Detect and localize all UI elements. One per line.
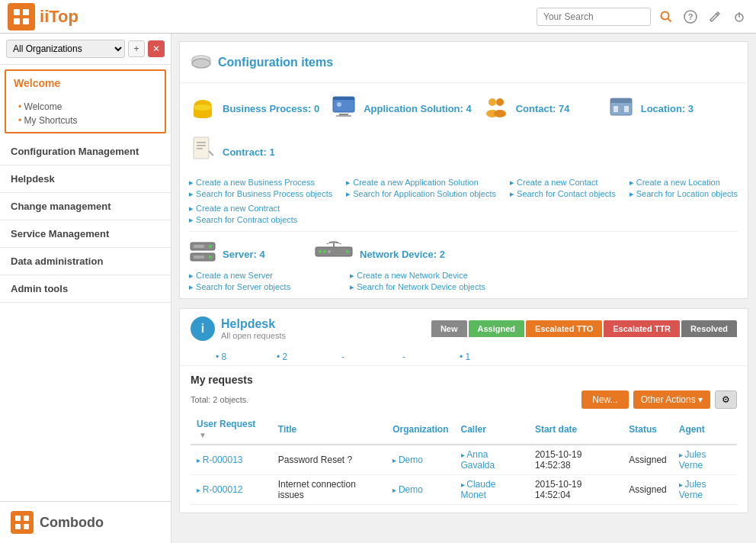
svg-rect-2: [14, 18, 20, 24]
requests-section: My requests Total: 2 objects. New... Oth…: [180, 366, 748, 512]
svg-rect-0: [14, 9, 20, 15]
svg-point-39: [209, 245, 212, 248]
welcome-header[interactable]: Welcome: [6, 71, 165, 95]
link-new-location[interactable]: Create a new Location: [629, 178, 738, 188]
svg-point-27: [496, 98, 504, 106]
link-search-contract[interactable]: Search for Contract objects: [189, 215, 297, 225]
link-search-server[interactable]: Search for Server objects: [189, 282, 290, 292]
link-new-contact[interactable]: Create a new Contact: [510, 178, 616, 188]
topbar: iiTop ?: [0, 0, 756, 34]
logo-area: iiTop: [8, 3, 78, 31]
power-icon[interactable]: [730, 8, 748, 26]
org-link[interactable]: Demo: [392, 484, 423, 495]
link-search-business-process[interactable]: Search for Business Process objects: [189, 189, 332, 199]
tab-escalated-ttr[interactable]: Escalated TTR: [604, 320, 680, 337]
sidebar-item-data-administration[interactable]: Data administration: [0, 248, 171, 275]
col-caller[interactable]: Caller: [455, 415, 529, 445]
cell-title: Password Reset ?: [272, 445, 386, 475]
search-box: [537, 8, 651, 26]
cell-status: Assigned: [623, 475, 672, 505]
svg-rect-31: [613, 106, 618, 112]
link-search-location[interactable]: Search for Location objects: [629, 189, 738, 199]
search-input[interactable]: [537, 8, 651, 26]
main-content: Configuration items Business Process: 0: [171, 34, 756, 543]
link-search-contact[interactable]: Search for Contact objects: [510, 189, 616, 199]
config-items-panel: Configuration items Business Process: 0: [179, 41, 748, 299]
col-start-date[interactable]: Start date: [529, 415, 623, 445]
link-new-network-device[interactable]: Create a new Network Device: [350, 271, 485, 281]
sidebar-item-configuration-management[interactable]: Configuration Management: [0, 138, 171, 165]
other-actions-button[interactable]: Other Actions ▾: [633, 390, 710, 409]
caller-link[interactable]: Anna Gavalda: [461, 449, 495, 471]
helpdesk-stats: • 8 • 2 - - • 1: [180, 349, 748, 366]
search-icon[interactable]: [657, 8, 675, 26]
logo-icon: [8, 3, 35, 31]
request-id-link[interactable]: R-000012: [197, 484, 243, 495]
tab-resolved[interactable]: Resolved: [681, 320, 737, 337]
requests-actions: New... Other Actions ▾ ⚙: [581, 390, 737, 409]
svg-rect-35: [197, 145, 206, 146]
link-search-network-device[interactable]: Search for Network Device objects: [350, 282, 485, 292]
sidebar-item-admin-tools[interactable]: Admin tools: [0, 275, 171, 303]
config-item-contract: Contract: 1: [189, 136, 303, 169]
svg-point-40: [209, 255, 212, 259]
cell-agent: Jules Verne: [673, 445, 737, 475]
edit-icon[interactable]: [706, 8, 724, 26]
org-add-button[interactable]: +: [128, 40, 145, 57]
org-remove-button[interactable]: ✕: [148, 40, 165, 57]
new-request-button[interactable]: New...: [581, 390, 628, 409]
tab-escalated-tto[interactable]: Escalated TTO: [526, 320, 602, 337]
col-title[interactable]: Title: [272, 415, 386, 445]
request-id-link[interactable]: R-000013: [197, 455, 243, 465]
sidebar-item-helpdesk[interactable]: Helpdesk: [0, 165, 171, 193]
col-user-request[interactable]: User Request ▼: [191, 415, 272, 445]
svg-rect-36: [197, 148, 203, 149]
stat-esc-ttr: -: [373, 352, 434, 362]
sidebar-item-change-management[interactable]: Change management: [0, 193, 171, 220]
helpdesk-panel: i Helpdesk All open requests New Assigne…: [179, 308, 748, 513]
config-items-header: Configuration items: [180, 42, 748, 83]
settings-button[interactable]: ⚙: [715, 390, 737, 409]
server-icon: [189, 241, 216, 268]
helpdesk-header: i Helpdesk All open requests New Assigne…: [180, 309, 748, 349]
welcome-links: Welcome My Shortcuts: [6, 95, 165, 132]
requests-table: User Request ▼ Title Organization Caller…: [191, 415, 737, 505]
link-new-server[interactable]: Create a new Server: [189, 271, 290, 281]
svg-point-44: [319, 250, 322, 253]
helpdesk-tabs: New Assigned Escalated TTO Escalated TTR…: [431, 320, 737, 337]
config-item-application-solution: Application Solution: 4: [330, 92, 472, 125]
application-solution-icon: [330, 92, 357, 125]
help-icon[interactable]: ?: [681, 8, 700, 26]
link-new-application-solution[interactable]: Create a new Application Solution: [346, 178, 496, 188]
agent-link[interactable]: Jules Verne: [679, 479, 706, 500]
helpdesk-subtitle: All open requests: [221, 331, 286, 340]
col-organization[interactable]: Organization: [386, 415, 454, 445]
cell-organization: Demo: [386, 445, 454, 475]
link-new-business-process[interactable]: Create a new Business Process: [189, 178, 332, 188]
tab-new[interactable]: New: [431, 320, 467, 337]
tab-assigned[interactable]: Assigned: [469, 320, 525, 337]
caller-link[interactable]: Claude Monet: [461, 479, 496, 500]
footer-logo-icon: [11, 511, 34, 534]
svg-point-45: [323, 250, 326, 253]
agent-link[interactable]: Jules Verne: [679, 449, 706, 471]
svg-point-17: [192, 59, 210, 68]
config-item-business-process: Business Process: 0: [189, 92, 319, 125]
sidebar-item-service-management[interactable]: Service Management: [0, 220, 171, 248]
requests-meta: Total: 2 objects. New... Other Actions ▾…: [191, 390, 737, 409]
org-select-dropdown[interactable]: All Organizations: [6, 40, 125, 58]
link-search-application-solution[interactable]: Search for Application Solution objects: [346, 189, 496, 199]
col-status[interactable]: Status: [623, 415, 672, 445]
network-device-icon: [314, 241, 354, 268]
table-header-row: User Request ▼ Title Organization Caller…: [191, 415, 737, 445]
welcome-link-shortcuts[interactable]: My Shortcuts: [18, 114, 152, 127]
col-agent[interactable]: Agent: [673, 415, 737, 445]
welcome-link-welcome[interactable]: Welcome: [18, 100, 152, 114]
config-items-title: Configuration items: [218, 56, 333, 69]
org-link[interactable]: Demo: [392, 455, 423, 465]
layout: All Organizations + ✕ Welcome Welcome My…: [0, 34, 756, 543]
cell-status: Assigned: [623, 445, 672, 475]
cell-organization: Demo: [386, 475, 454, 505]
sort-icon: ▼: [199, 431, 207, 439]
link-new-contract[interactable]: Create a new Contract: [189, 204, 297, 214]
